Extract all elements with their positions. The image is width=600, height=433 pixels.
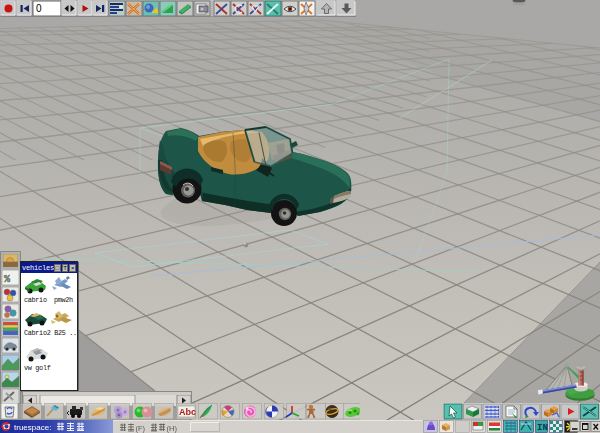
svg-text:cabrio: cabrio <box>24 296 47 304</box>
svg-text:Abc: Abc <box>179 407 196 417</box>
svg-text:0: 0 <box>36 3 42 14</box>
svg-text:(F): (F) <box>136 424 146 433</box>
svg-text:(H): (H) <box>167 424 178 433</box>
svg-text:vw golf: vw golf <box>24 364 51 372</box>
svg-text:Cabrio2 B25 ...: Cabrio2 B25 ... <box>24 329 77 337</box>
svg-text:truespace:: truespace: <box>14 423 51 432</box>
svg-text:pmw2h: pmw2h <box>54 296 73 304</box>
svg-text:%: % <box>4 274 10 285</box>
svg-text:IN: IN <box>537 423 548 433</box>
